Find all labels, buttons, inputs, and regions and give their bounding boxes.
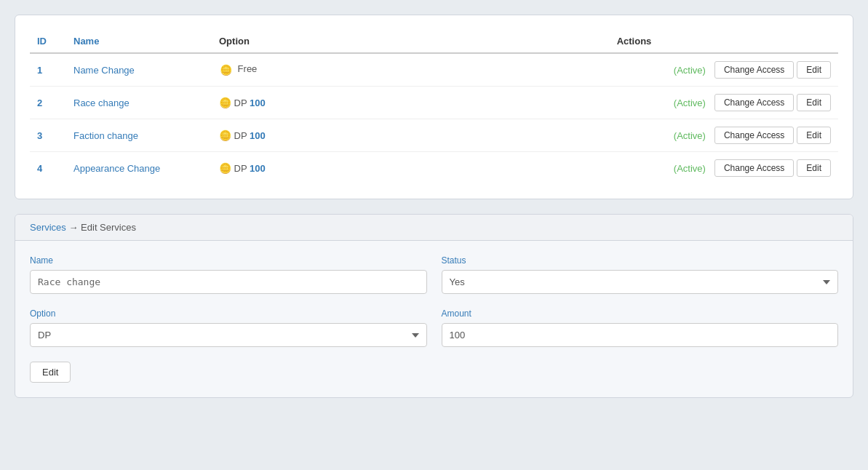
- col-header-actions: Actions: [430, 30, 838, 53]
- table-row: 2Race change🪙 DP 100(Active)Change Acces…: [30, 87, 838, 119]
- option-dp-text: DP: [231, 97, 250, 108]
- row-actions: (Active)Change AccessEdit: [430, 119, 838, 152]
- edit-form-body: Name Status Yes No Option DP Free Amoun: [15, 241, 853, 397]
- amount-label: Amount: [442, 308, 839, 319]
- row-actions: (Active)Change AccessEdit: [430, 152, 838, 185]
- col-header-id: ID: [30, 30, 66, 53]
- actions-container: (Active)Change AccessEdit: [437, 127, 831, 144]
- coin-icon: 🪙: [219, 97, 231, 108]
- row-id: 3: [30, 119, 66, 152]
- coin-icon: 🪙: [219, 63, 232, 76]
- col-header-option: Option: [212, 30, 430, 53]
- name-label: Name: [30, 255, 427, 266]
- change-access-button[interactable]: Change Access: [714, 159, 794, 177]
- form-group-amount: Amount: [442, 308, 839, 347]
- edit-services-panel: Services → Edit Services Name Status Yes…: [15, 214, 853, 398]
- table-row: 1Name Change🪙 Free(Active)Change AccessE…: [30, 53, 838, 87]
- row-name: Race change: [66, 87, 212, 119]
- form-group-option: Option DP Free: [30, 308, 427, 347]
- change-access-button[interactable]: Change Access: [714, 61, 794, 79]
- row-id: 4: [30, 152, 66, 185]
- form-group-name: Name: [30, 255, 427, 294]
- row-option: 🪙 Free: [212, 53, 430, 87]
- option-amount: 100: [250, 130, 266, 141]
- row-option: 🪙 DP 100: [212, 119, 430, 152]
- breadcrumb-edit-services: Edit Services: [81, 222, 136, 233]
- row-name: Faction change: [66, 119, 212, 152]
- actions-container: (Active)Change AccessEdit: [437, 159, 831, 177]
- services-table-panel: ID Name Option Actions 1Name Change🪙 Fre…: [15, 15, 853, 199]
- breadcrumb-services[interactable]: Services: [30, 222, 66, 233]
- row-actions: (Active)Change AccessEdit: [430, 53, 838, 87]
- breadcrumb-arrow: →: [68, 222, 78, 233]
- status-badge: (Active): [674, 163, 706, 174]
- name-input[interactable]: [30, 270, 427, 294]
- option-dp-text: DP: [231, 163, 250, 174]
- edit-button[interactable]: Edit: [30, 362, 71, 383]
- change-access-button[interactable]: Change Access: [714, 94, 794, 111]
- services-table: ID Name Option Actions 1Name Change🪙 Fre…: [30, 30, 838, 184]
- row-option: 🪙 DP 100: [212, 152, 430, 185]
- status-badge: (Active): [674, 65, 706, 76]
- actions-container: (Active)Change AccessEdit: [437, 61, 831, 79]
- amount-input[interactable]: [442, 323, 839, 347]
- status-badge: (Active): [674, 130, 706, 141]
- edit-row-button[interactable]: Edit: [797, 94, 831, 111]
- row-id: 2: [30, 87, 66, 119]
- edit-row-button[interactable]: Edit: [797, 127, 831, 144]
- option-amount: 100: [250, 163, 266, 174]
- option-select[interactable]: DP Free: [30, 323, 427, 347]
- table-row: 4Appearance Change🪙 DP 100(Active)Change…: [30, 152, 838, 185]
- option-amount: 100: [250, 97, 266, 108]
- form-actions: Edit: [30, 362, 838, 383]
- edit-row-button[interactable]: Edit: [797, 61, 831, 79]
- row-id: 1: [30, 53, 66, 87]
- row-actions: (Active)Change AccessEdit: [430, 87, 838, 119]
- col-header-name: Name: [66, 30, 212, 53]
- option-label: Option: [30, 308, 427, 319]
- table-row: 3Faction change🪙 DP 100(Active)Change Ac…: [30, 119, 838, 152]
- form-row-name-status: Name Status Yes No: [30, 255, 838, 294]
- actions-container: (Active)Change AccessEdit: [437, 94, 831, 111]
- breadcrumb: Services → Edit Services: [15, 215, 853, 241]
- row-option: 🪙 DP 100: [212, 87, 430, 119]
- status-badge: (Active): [674, 97, 706, 108]
- option-text: Free: [235, 63, 257, 74]
- row-name: Name Change: [66, 53, 212, 87]
- status-label: Status: [442, 255, 839, 266]
- coin-icon: 🪙: [219, 130, 231, 141]
- coin-icon: 🪙: [219, 162, 231, 174]
- row-name: Appearance Change: [66, 152, 212, 185]
- edit-row-button[interactable]: Edit: [797, 159, 831, 177]
- form-group-status: Status Yes No: [442, 255, 839, 294]
- change-access-button[interactable]: Change Access: [714, 127, 794, 144]
- status-select[interactable]: Yes No: [442, 270, 839, 294]
- option-dp-text: DP: [231, 130, 250, 141]
- form-row-option-amount: Option DP Free Amount: [30, 308, 838, 347]
